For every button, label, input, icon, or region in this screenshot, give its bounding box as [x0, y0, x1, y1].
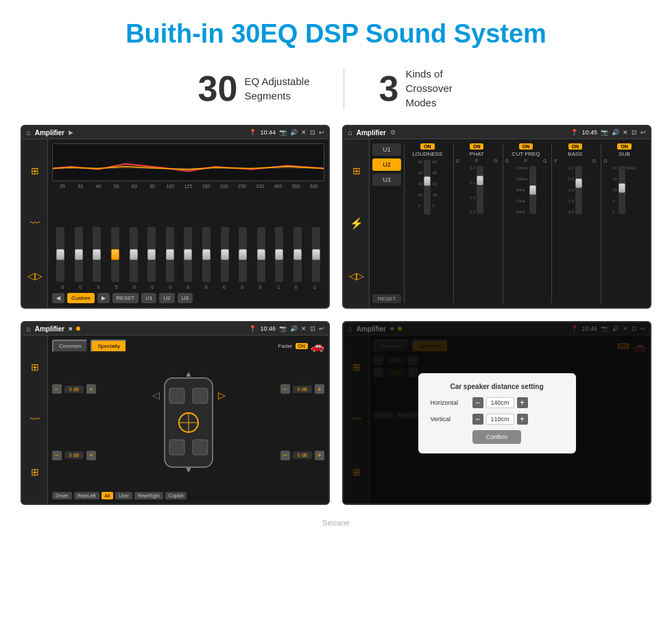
audio-icon-1[interactable]: ◁▷: [27, 270, 43, 281]
vol-fr-plus[interactable]: +: [315, 384, 324, 394]
user-btn[interactable]: User: [115, 492, 132, 499]
topbar-2: ⌂ Amplifier ⚙ 📍 10:45 📷 🔊 ✕ ⊡ ↩: [344, 126, 650, 139]
svg-rect-6: [193, 440, 208, 455]
all-btn[interactable]: All: [101, 492, 114, 499]
stat-eq-number: 30: [198, 68, 238, 109]
location-icon-2: 📍: [571, 129, 578, 136]
home-icon-3[interactable]: ⌂: [26, 324, 31, 333]
driver-btn[interactable]: Driver: [52, 492, 72, 499]
rearright-btn[interactable]: RearRight: [134, 492, 163, 499]
expand-icon-3[interactable]: ⊡: [310, 325, 315, 332]
custom-btn[interactable]: Custom: [67, 293, 95, 303]
car-icon[interactable]: 🚗: [311, 340, 324, 353]
vol-rr-minus[interactable]: −: [280, 451, 290, 460]
speaker-icon-3[interactable]: ⊞: [31, 466, 39, 477]
sidebar-2: ⊞ ⚡ ◁▷: [344, 139, 370, 307]
wave-icon-2[interactable]: ⚡: [350, 217, 363, 230]
eq-icon-3[interactable]: ⊞: [31, 362, 39, 373]
stat-crossover-number: 3: [379, 68, 398, 109]
svg-rect-5: [169, 440, 184, 455]
vertical-value: 110cm: [486, 414, 514, 425]
back-icon-3[interactable]: ↩: [319, 325, 324, 332]
preset-u1[interactable]: U1: [372, 143, 401, 156]
back-icon-1[interactable]: ↩: [319, 129, 324, 136]
vol-fl: − 0 dB +: [52, 384, 96, 394]
on-badge-bass[interactable]: ON: [568, 143, 583, 150]
eq-icon-2[interactable]: ⊞: [352, 165, 361, 176]
slider-col-8: [180, 227, 197, 282]
vol-rr-plus[interactable]: +: [315, 451, 324, 460]
on-badge-sub[interactable]: ON: [617, 143, 632, 150]
next-btn[interactable]: ▶: [97, 293, 110, 303]
freq-125: 125: [179, 184, 197, 189]
prev-btn[interactable]: ◀: [52, 293, 64, 303]
stat-eq-text: EQ AdjustableSegments: [244, 74, 309, 103]
on-badge-phat[interactable]: ON: [470, 143, 484, 150]
slider-col-12: [253, 227, 270, 282]
time-3: 10:46: [260, 325, 276, 332]
vol-rl-plus[interactable]: +: [86, 451, 96, 460]
freq-160: 160: [197, 184, 215, 189]
play-icon-1[interactable]: ▶: [69, 129, 73, 136]
freq-630: 630: [305, 184, 323, 189]
u2-btn[interactable]: U2: [159, 293, 174, 303]
freq-200: 200: [215, 184, 233, 189]
specialty-tab[interactable]: Specialty: [91, 340, 126, 353]
settings-icon-2[interactable]: ⚙: [390, 129, 396, 136]
audio-icon-2[interactable]: ◁▷: [349, 270, 364, 281]
preset-u2[interactable]: U2: [372, 158, 401, 171]
reset-btn[interactable]: RESET: [112, 293, 139, 303]
on-badge-loudness[interactable]: ON: [420, 143, 435, 150]
horizontal-minus[interactable]: −: [472, 397, 483, 408]
confirm-button[interactable]: Confirm: [472, 430, 522, 444]
on-badge-cutfreq[interactable]: ON: [519, 143, 533, 150]
close-icon-3[interactable]: ✕: [301, 325, 307, 332]
slider-col-6: [143, 227, 160, 282]
title-3: Amplifier: [35, 325, 64, 333]
eq-icon-1[interactable]: ⊞: [31, 165, 39, 176]
fader-on-toggle[interactable]: ON: [296, 343, 309, 349]
vol-fl-plus[interactable]: +: [86, 384, 96, 394]
slider-col-4: [107, 227, 124, 282]
vol-rl-minus[interactable]: −: [52, 451, 62, 460]
expand-icon-2[interactable]: ⊡: [632, 129, 637, 136]
u3-btn[interactable]: U3: [178, 293, 193, 303]
horizontal-value: 140cm: [486, 397, 514, 408]
channel-phat: ON PHAT GFG 3.02.11.30.5: [453, 143, 500, 303]
expand-icon-1[interactable]: ⊡: [310, 129, 315, 136]
stat-crossover: 3 Kinds ofCrossover Modes: [344, 67, 508, 110]
wave-icon-3[interactable]: 〰: [30, 414, 40, 425]
eq-freq-labels: 25 32 40 50 63 80 100 125 160 200 250 32…: [52, 184, 324, 189]
slider-col-13: [271, 227, 288, 282]
screen2-body: ⊞ ⚡ ◁▷ U1 U2 U3 RESET ON LOUDNESS: [344, 139, 650, 307]
camera-icon-3: 📷: [279, 325, 287, 332]
horizontal-plus[interactable]: +: [517, 397, 528, 408]
rearleft-btn[interactable]: RearLeft: [74, 492, 99, 499]
crossover-reset[interactable]: RESET: [372, 294, 401, 303]
screen-dialog: ⌂ Amplifier ■ 📍 10:46 📷 🔊 ✕ ⊡ ↩ ⊞ 〰 ⊞: [342, 321, 651, 505]
topbar-1: ⌂ Amplifier ▶ 📍 10:44 📷 🔊 ✕ ⊡ ↩: [22, 126, 328, 139]
vol-rl: − 0 dB +: [52, 451, 96, 460]
vol-fr-minus[interactable]: −: [280, 384, 290, 394]
copilot-btn[interactable]: Copilot: [165, 492, 187, 499]
svg-text:▷: ▷: [217, 390, 225, 401]
eq-graph: [52, 143, 324, 181]
vertical-plus[interactable]: +: [517, 414, 528, 425]
u1-btn[interactable]: U1: [141, 293, 156, 303]
close-icon-1[interactable]: ✕: [301, 129, 307, 136]
topbar-icons-2: 📍 10:45 📷 🔊 ✕ ⊡ ↩: [571, 129, 646, 136]
close-icon-2[interactable]: ✕: [623, 129, 628, 136]
camera-icon-1: 📷: [279, 129, 287, 136]
home-icon-2[interactable]: ⌂: [348, 128, 352, 137]
horizontal-control: − 140cm +: [472, 397, 528, 408]
wave-icon-1[interactable]: 〰: [30, 217, 40, 228]
preset-u3[interactable]: U3: [372, 174, 401, 186]
channel-name-phat: PHAT: [470, 151, 484, 157]
home-icon-1[interactable]: ⌂: [26, 128, 31, 137]
back-icon-2[interactable]: ↩: [640, 129, 646, 136]
freq-32: 32: [71, 184, 89, 189]
settings-icon-3[interactable]: ■: [69, 325, 72, 332]
vol-fl-minus[interactable]: −: [52, 384, 62, 394]
common-tab[interactable]: Common: [52, 340, 88, 353]
vertical-minus[interactable]: −: [472, 414, 483, 425]
